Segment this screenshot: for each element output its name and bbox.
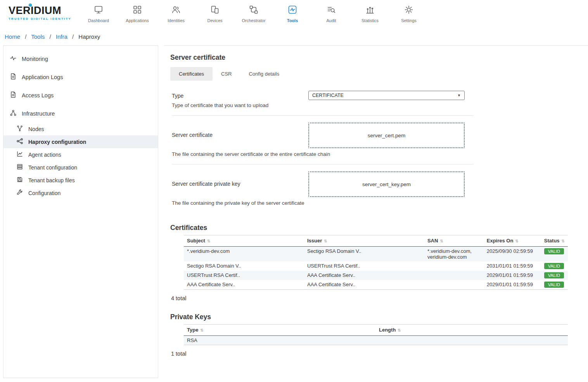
cell-san: *.veridium-dev.com, veridium-dev.com	[424, 247, 484, 262]
private-keys-table-wrap: Type⇅Length⇅ RSA	[184, 324, 568, 345]
veridium-logo[interactable]: VERIDIUM TRUSTED DIGITAL IDENTITY	[4, 2, 78, 21]
column-label: Expires On	[487, 238, 514, 244]
breadcrumb: Home / Tools / Infra / Haproxy	[0, 29, 588, 45]
private-key-row: RSA	[184, 336, 568, 345]
column-header-length[interactable]: Length⇅	[376, 325, 568, 336]
tab-certificates[interactable]: Certificates	[170, 67, 213, 81]
nav-item-applications[interactable]: Applications	[118, 2, 157, 23]
cell-status: VALID	[541, 271, 568, 280]
nav-item-audit[interactable]: Audit	[312, 2, 351, 23]
column-header-status[interactable]: Status⇅	[541, 235, 568, 247]
server-certificate-dropzone[interactable]: server_cert.pem	[308, 123, 465, 148]
tools-pulse-icon	[287, 5, 297, 16]
tab-config-details[interactable]: Config details	[240, 67, 288, 81]
certificates-table-wrap: Subject⇅Issuer⇅SAN⇅Expires On⇅Status⇅ *.…	[184, 235, 568, 290]
nav-item-tools[interactable]: Tools	[273, 2, 312, 23]
certificates-table-header: Subject⇅Issuer⇅SAN⇅Expires On⇅Status⇅	[184, 235, 568, 247]
column-label: Length	[379, 327, 396, 333]
line-chart-icon	[16, 150, 23, 159]
breadcrumb-separator: /	[72, 33, 74, 40]
cell-san	[424, 271, 484, 280]
top-bar: VERIDIUM TRUSTED DIGITAL IDENTITY Dashbo…	[0, 0, 588, 29]
main-nav: Dashboard Applications Identities Device…	[79, 2, 428, 23]
page-title: Server certificate	[170, 54, 588, 62]
private-key-help-text: The file containing the private key of t…	[172, 198, 474, 212]
nav-item-devices[interactable]: Devices	[195, 2, 234, 23]
breadcrumb-tools[interactable]: Tools	[31, 33, 45, 40]
nav-label: Dashboard	[88, 18, 109, 23]
sort-icon: ⇅	[562, 239, 565, 243]
cell-expires: 2029/01/01 01:59:59	[484, 280, 541, 290]
cell-length	[376, 336, 568, 345]
sidebar-item-tenant-configuration[interactable]: Tenant configuration	[3, 161, 158, 174]
sidebar-item-configuration[interactable]: Configuration	[3, 187, 158, 199]
sort-icon: ⇅	[324, 239, 327, 243]
nav-item-identities[interactable]: Identities	[157, 2, 195, 23]
sidebar-item-label: Nodes	[28, 126, 44, 132]
nav-item-dashboard[interactable]: Dashboard	[79, 2, 118, 23]
column-header-issuer[interactable]: Issuer⇅	[304, 235, 424, 247]
nav-item-statistics[interactable]: Statistics	[351, 2, 389, 23]
cell-subject: USERTrust RSA Certif..	[184, 271, 304, 280]
sidebar-item-monitoring[interactable]: Monitoring	[3, 50, 158, 68]
devices-icon	[210, 5, 220, 16]
sort-icon: ⇅	[398, 328, 401, 332]
sidebar-item-label: Access Logs	[22, 92, 54, 99]
cell-san	[424, 280, 484, 290]
sidebar-item-access-logs[interactable]: Access Logs	[3, 86, 158, 104]
status-badge: VALID	[544, 272, 564, 278]
status-badge: VALID	[544, 282, 564, 288]
column-header-san[interactable]: SAN⇅	[424, 235, 484, 247]
cell-issuer: USERTrust RSA Certif..	[304, 261, 424, 271]
orchestrator-flow-icon	[249, 5, 259, 16]
server-certificate-row: Server certificate server_cert.pem	[172, 116, 474, 149]
cell-type: RSA	[184, 336, 376, 345]
sidebar-item-agent-actions[interactable]: Agent actions	[3, 148, 158, 161]
cell-san	[424, 261, 484, 271]
document-icon	[10, 73, 17, 81]
private-keys-total: 1 total	[171, 351, 588, 357]
breadcrumb-home[interactable]: Home	[5, 33, 20, 40]
column-header-expires-on[interactable]: Expires On⇅	[484, 235, 541, 247]
server-certificate-help-text: The file containing the server certifica…	[172, 149, 474, 163]
sidebar-item-infrastructure[interactable]: Infrastructure	[3, 104, 158, 123]
private-key-dropzone[interactable]: server_cert_key.pem	[308, 171, 465, 197]
nav-label: Tools	[287, 18, 298, 23]
private-keys-section: Private Keys Type⇅Length⇅ RSA 1 total	[170, 313, 588, 357]
cell-subject: Sectigo RSA Domain V..	[184, 261, 304, 271]
nav-item-orchestrator[interactable]: Orchestrator	[234, 2, 273, 23]
content-area: Monitoring Application Logs Access Logs …	[0, 45, 588, 378]
sidebar-item-nodes[interactable]: Nodes	[3, 123, 158, 135]
breadcrumb-separator: /	[25, 33, 26, 40]
main-panel: Server certificate Certificates CSR Conf…	[164, 45, 588, 378]
column-label: SAN	[427, 238, 438, 244]
breadcrumb-infra[interactable]: Infra	[56, 33, 67, 40]
cell-expires: 2029/01/01 01:59:59	[484, 271, 541, 280]
sidebar-item-haproxy-configuration[interactable]: Haproxy configuration	[3, 135, 158, 148]
chevron-down-icon: ▼	[457, 93, 461, 97]
selected-type-value: CERTIFICATE	[312, 93, 344, 98]
column-header-subject[interactable]: Subject⇅	[184, 235, 304, 247]
identities-people-icon	[171, 5, 181, 16]
nav-item-settings[interactable]: Settings	[389, 2, 428, 23]
certificates-table: Subject⇅Issuer⇅SAN⇅Expires On⇅Status⇅ *.…	[184, 235, 568, 290]
cell-expires: 2031/01/01 01:59:59	[484, 261, 541, 271]
sidebar-item-application-logs[interactable]: Application Logs	[3, 68, 158, 86]
settings-gear-icon	[404, 5, 414, 16]
nav-label: Settings	[401, 18, 417, 23]
nav-label: Devices	[207, 18, 222, 23]
sidebar-item-tenant-backup-files[interactable]: Tenant backup files	[3, 174, 158, 187]
certificate-type-select[interactable]: CERTIFICATE ▼	[308, 91, 465, 100]
column-header-type[interactable]: Type⇅	[184, 325, 376, 336]
private-keys-table-header: Type⇅Length⇅	[184, 325, 568, 336]
cell-issuer: Sectigo RSA Domain V..	[304, 247, 424, 262]
sidebar-item-label: Application Logs	[22, 74, 63, 80]
tab-csr[interactable]: CSR	[213, 67, 240, 81]
nav-label: Identities	[168, 18, 185, 23]
status-badge: VALID	[544, 263, 564, 269]
column-label: Status	[544, 238, 560, 244]
server-certificate-label: Server certificate	[172, 123, 308, 148]
document-icon	[10, 91, 17, 99]
certificates-total: 4 total	[171, 295, 588, 301]
monitoring-pulse-icon	[10, 55, 17, 63]
